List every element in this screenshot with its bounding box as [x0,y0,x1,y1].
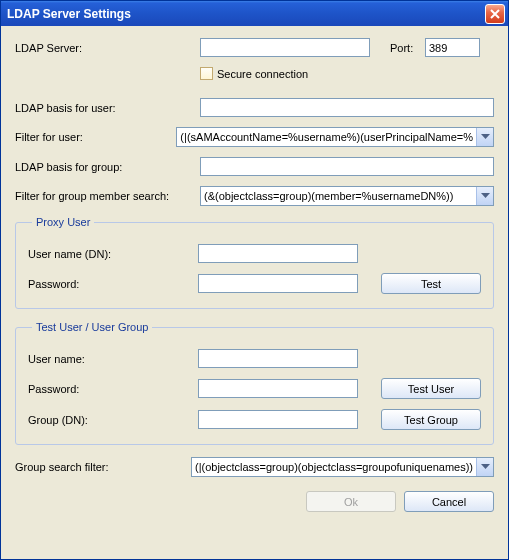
test-user-legend: Test User / User Group [32,321,152,333]
secure-row: Secure connection [15,67,494,80]
proxy-username-input[interactable] [198,244,358,263]
filter-group-member-value: (&(objectclass=group)(member=%usernameDN… [201,187,476,205]
proxy-username-row: User name (DN): [28,244,481,263]
ldap-server-label: LDAP Server: [15,42,200,54]
filter-group-member-row: Filter for group member search: (&(objec… [15,186,494,206]
port-input[interactable] [425,38,480,57]
secure-connection-checkbox[interactable]: Secure connection [200,67,308,80]
chevron-down-icon [481,134,490,140]
test-username-input[interactable] [198,349,358,368]
group-search-dropdown-button[interactable] [476,458,493,476]
proxy-password-label: Password: [28,278,198,290]
proxy-user-group: Proxy User User name (DN): Password: Tes… [15,216,494,309]
dialog-footer: Ok Cancel [15,491,494,512]
filter-group-member-combo[interactable]: (&(objectclass=group)(member=%usernameDN… [200,186,494,206]
test-username-label: User name: [28,353,198,365]
checkbox-icon [200,67,213,80]
test-password-label: Password: [28,383,198,395]
proxy-username-label: User name (DN): [28,248,198,260]
close-icon [490,9,500,19]
ldap-server-input[interactable] [200,38,370,57]
test-group-button[interactable]: Test Group [381,409,481,430]
filter-user-label: Filter for user: [15,131,176,143]
group-search-value: (|(objectclass=group)(objectclass=groupo… [192,458,476,476]
proxy-user-legend: Proxy User [32,216,94,228]
window-title: LDAP Server Settings [7,7,485,21]
group-search-combo[interactable]: (|(objectclass=group)(objectclass=groupo… [191,457,494,477]
dialog-content: LDAP Server: Port: Secure connection LDA… [1,26,508,522]
chevron-down-icon [481,464,490,470]
filter-user-combo[interactable]: (|(sAMAccountName=%username%)(userPrinci… [176,127,494,147]
test-password-row: Password: Test User [28,378,481,399]
cancel-button[interactable]: Cancel [404,491,494,512]
filter-user-value: (|(sAMAccountName=%username%)(userPrinci… [177,128,476,146]
proxy-password-row: Password: Test [28,273,481,294]
test-group-input[interactable] [198,410,358,429]
test-username-row: User name: [28,349,481,368]
test-group-row: Group (DN): Test Group [28,409,481,430]
filter-group-member-label: Filter for group member search: [15,190,200,202]
basis-group-row: LDAP basis for group: [15,157,494,176]
test-user-group: Test User / User Group User name: Passwo… [15,321,494,445]
test-password-input[interactable] [198,379,358,398]
proxy-password-input[interactable] [198,274,358,293]
port-label: Port: [390,42,425,54]
test-button[interactable]: Test [381,273,481,294]
basis-group-label: LDAP basis for group: [15,161,200,173]
test-group-label: Group (DN): [28,414,198,426]
filter-user-dropdown-button[interactable] [476,128,493,146]
close-button[interactable] [485,4,505,24]
filter-user-row: Filter for user: (|(sAMAccountName=%user… [15,127,494,147]
filter-group-member-dropdown-button[interactable] [476,187,493,205]
group-search-label: Group search filter: [15,461,191,473]
secure-connection-label: Secure connection [217,68,308,80]
basis-user-input[interactable] [200,98,494,117]
test-user-button[interactable]: Test User [381,378,481,399]
basis-user-row: LDAP basis for user: [15,98,494,117]
titlebar: LDAP Server Settings [1,1,508,26]
group-search-row: Group search filter: (|(objectclass=grou… [15,457,494,477]
chevron-down-icon [481,193,490,199]
basis-user-label: LDAP basis for user: [15,102,200,114]
ldap-server-row: LDAP Server: Port: [15,38,494,57]
basis-group-input[interactable] [200,157,494,176]
ok-button[interactable]: Ok [306,491,396,512]
